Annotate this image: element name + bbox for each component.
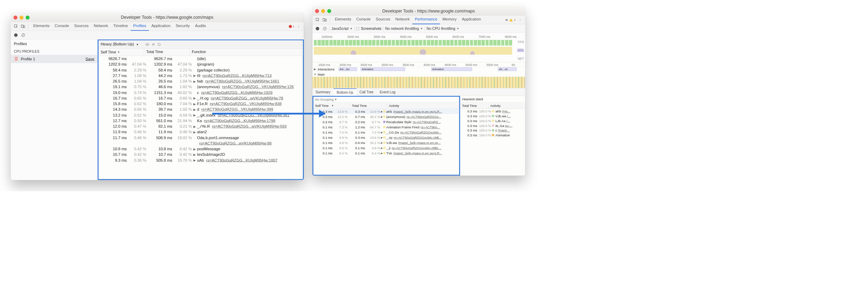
table-row[interactable]: 12.7 ms0.50 %561.0 ms21.94 %Kars=ACT90oG… (99, 118, 303, 124)
main-track-header[interactable]: ▼ Main (312, 72, 525, 77)
source-link[interactable]: /maps/_/js/k=maps.m.en.yeALR... (393, 151, 442, 155)
expand-icon[interactable]: ▶ (192, 147, 197, 151)
table-row[interactable]: 0.1 ms6.8 %0.3 ms13.6 %▶_.zprs=ACT90oGqR… (314, 135, 459, 140)
source-link[interactable]: /maps/_/js/k=maps.m.en.ye... (398, 141, 441, 145)
tab-profiles[interactable]: Profiles (131, 22, 149, 31)
col-self-time[interactable]: Self Time▼ (99, 49, 144, 56)
view-select[interactable]: Heavy (Bottom Up) (101, 42, 134, 46)
expand-icon[interactable]: ▶ (192, 125, 197, 128)
inspect-icon[interactable] (315, 17, 321, 23)
eye-icon[interactable] (145, 43, 150, 46)
tab-application[interactable]: Application (459, 15, 484, 24)
source-link[interactable]: rs=ACT90oGqRZGGxuWo-z8B... (394, 136, 442, 139)
source-link[interactable]: /ma... (502, 109, 510, 113)
screenshots-checkbox[interactable] (356, 27, 359, 30)
table-row[interactable]: 9.3 ms0.36 %505.8 ms19.78 %▶uAbrs=ACT90o… (99, 158, 303, 163)
col-activity[interactable]: Activity (489, 102, 525, 109)
titlebar[interactable]: Developer Tools - https://www.google.com… (312, 7, 525, 16)
profile-type-select[interactable]: JavaScript▼ (331, 26, 352, 31)
source-link[interactable]: /maps... (498, 128, 509, 132)
table-row[interactable]: 0.3 ms100.0 %iIL.Ga rs=... (460, 123, 525, 128)
close-icon[interactable]: ✕ (152, 42, 155, 47)
warning-badge[interactable]: 6 (509, 18, 516, 22)
animation-bar[interactable]: Animation (361, 68, 405, 71)
tab-performance[interactable]: Performance (412, 15, 440, 24)
animation-bar[interactable]: Ani…ion (339, 68, 357, 71)
col-total-time[interactable]: Total Time (144, 49, 190, 56)
table-row[interactable]: 0.3 ms100.0 %Animation (460, 133, 525, 138)
table-row[interactable]: 0.2 ms8.7 %0.2 ms8.7 %Recalculate Styler… (314, 119, 459, 125)
source-link[interactable]: rs=ACT90oGqRZGGx... (407, 115, 441, 119)
source-link[interactable]: rs=ACT90oGqRZGGxuWo... (400, 130, 442, 134)
track-time-ruler[interactable]: 1500 ms2000 ms2500 ms3000 ms3500 ms4000 … (312, 62, 525, 67)
table-row[interactable]: 19.1 ms0.75 %46.6 ms1.82 %(anonymous)rs=… (99, 84, 303, 90)
tab-application[interactable]: Application (149, 22, 173, 31)
expand-icon[interactable]: ▶ (192, 130, 197, 134)
table-row[interactable]: 12.0 ms0.47 %82.1 ms3.21 %▶_.rYe.Rrs=ACT… (99, 124, 303, 129)
source-link[interactable]: /... (507, 119, 510, 123)
overflow-icon[interactable]: ≫ (505, 18, 508, 22)
source-link[interactable]: rs=ACT90oGqRZGG...KUIgM95Hw:713 (202, 74, 272, 78)
cpu-throttle-select[interactable]: No CPU throttling▼ (426, 26, 459, 31)
expand-icon[interactable]: ▶ (192, 159, 197, 162)
save-link[interactable]: Save (85, 57, 94, 61)
table-row[interactable]: 19.0 ms0.74 %1151.3 ms45.02 %crs=ACT90oG… (99, 90, 303, 95)
expand-icon[interactable]: ▶ (380, 136, 383, 139)
col-activity[interactable]: Activity (387, 102, 459, 109)
tab-timeline[interactable]: Timeline (111, 22, 131, 31)
zoom-dot[interactable] (327, 9, 331, 13)
minimize-dot[interactable] (19, 16, 23, 19)
table-row[interactable]: 0.1 ms6.8 %0.6 ms34.1 %▶VJb.wa/maps/_/js… (314, 140, 459, 145)
close-dot[interactable] (315, 9, 319, 13)
overview-time-ruler[interactable]: 1000ms2000 ms3000 ms4000 ms5000 ms6000 m… (312, 33, 525, 39)
table-row[interactable]: 14.3 ms0.56 %39.7 ms1.55 %▶drs=ACT90oGqR… (99, 107, 303, 112)
table-row[interactable]: 58.4 ms2.29 %58.4 ms2.29 %(garbage colle… (99, 67, 303, 73)
bottom-up-rows[interactable]: 0.3 ms13.9 %0.3 ms13.9 %▶aKb/maps/_/js/k… (314, 109, 459, 175)
flame-chart[interactable] (312, 77, 525, 88)
zoom-dot[interactable] (26, 16, 30, 19)
source-link[interactable]: rs=ACT90oGqRZGG...wVKUIgM95Hw:593 (212, 124, 287, 129)
animation-bar[interactable]: Animation (431, 68, 472, 71)
heaviest-rows[interactable]: 0.3 ms100.0 %aKb /ma...0.3 ms100.0 %VJb.… (460, 109, 525, 176)
expand-icon[interactable]: ▶ (380, 131, 383, 134)
clear-button[interactable] (20, 32, 26, 38)
source-link[interactable]: rs=ACT90oGqRZGG...KUIgM95Hw:1807 (206, 158, 277, 162)
tab-console[interactable]: Console (52, 22, 72, 31)
source-link[interactable]: rs=ACT90o... (421, 125, 440, 129)
tab-elements[interactable]: Elements (31, 22, 52, 31)
expand-icon[interactable]: ▶ (314, 68, 317, 71)
collapse-icon[interactable]: ▼ (314, 73, 317, 76)
table-row[interactable]: 10.8 ms0.42 %10.8 ms0.42 %▶postMessage (99, 146, 303, 152)
table-row[interactable]: 0.1 ms7.0 %0.1 ms7.0 %▶_.CG.Dars=ACT90oG… (314, 130, 459, 135)
expand-icon[interactable]: ▶ (380, 152, 383, 154)
tab-sources[interactable]: Sources (373, 15, 393, 24)
tab-console[interactable]: Console (354, 15, 373, 24)
chevron-down-icon[interactable]: ▼ (136, 43, 139, 46)
table-row[interactable]: 0.3 ms100.0 %VJb.wa /... (460, 114, 525, 119)
overview-strip[interactable]: FPS CPU NET (312, 39, 525, 62)
table-row[interactable]: 15.8 ms0.62 %180.0 ms7.04 %▶F1e.Rrs=ACT9… (99, 101, 303, 107)
expand-icon[interactable]: ▶ (380, 110, 383, 113)
source-link[interactable]: rs=ACT90oGqRZGG...KUIgM95Hw:1929 (201, 90, 272, 95)
interactions-track[interactable]: ▶ Interactions Ani…ionAnimationAnimation… (312, 67, 525, 71)
source-link[interactable]: rs=ACT90oGqRZGG...VKUIgM95Hw:126 (222, 85, 294, 89)
source-link[interactable]: rs=ACT90oGqRZGG...wVKUIgM95Hw:78 (211, 96, 283, 101)
table-row[interactable]: 0.1 ms7.3 %1.2 ms64.7 %Animation Frame F… (314, 125, 459, 130)
source-link[interactable]: rs=ACT90oGqRZGG...VKUIgM95Hw:838 (210, 102, 282, 106)
table-row[interactable]: 10.7 ms0.42 %10.7 ms0.42 %▶texSubImage2D (99, 152, 303, 158)
source-link[interactable]: rs=ACT90oGqRZ... (413, 120, 441, 124)
expand-icon[interactable]: ▶ (380, 115, 383, 118)
table-row[interactable]: 1202.9 ms47.04 %1202.9 ms47.04 %(program… (99, 62, 303, 67)
source-link[interactable]: rs=ACT90oGqRZGG...wVKUIgM95Hw:88 (199, 141, 272, 146)
sidebar-profile-item[interactable]: Profile 1 Save (11, 55, 97, 63)
table-row[interactable]: 0.3 ms100.0 %aKb /ma... (460, 109, 525, 114)
animation-bar[interactable]: An…on (498, 68, 516, 71)
source-link[interactable]: /maps/_/js/k=maps.m.en.yeALR... (393, 110, 442, 113)
tab-elements[interactable]: Elements (332, 15, 354, 24)
clear-button[interactable] (322, 26, 328, 31)
tab-network[interactable]: Network (393, 15, 412, 24)
expand-icon[interactable]: ▶ (192, 108, 197, 111)
expand-icon[interactable]: ▶ (192, 102, 197, 105)
col-total-time[interactable]: Total Time (460, 102, 489, 109)
source-link[interactable]: /... (507, 114, 510, 118)
